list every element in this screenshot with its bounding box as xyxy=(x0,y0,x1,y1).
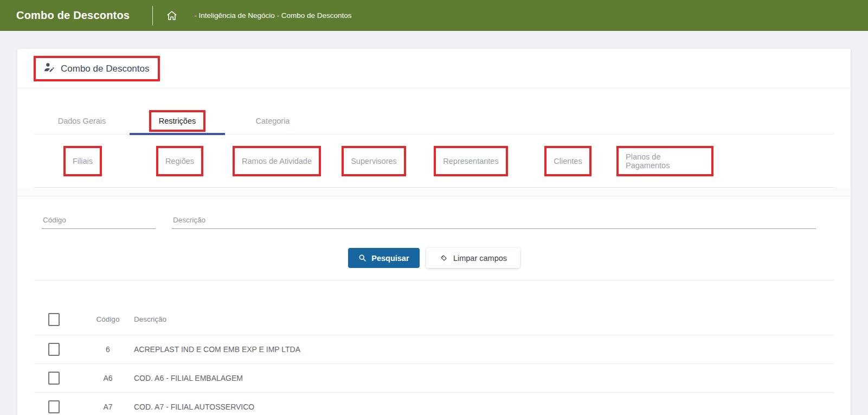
subtab-bar: Filiais Regiões Ramos de Atividade Super… xyxy=(34,135,834,188)
row-codigo: 6 xyxy=(82,345,134,354)
annotation-box-regioes: Regiões xyxy=(156,146,203,176)
row-descricao: ACREPLAST IND E COM EMB EXP E IMP LTDA xyxy=(134,345,834,354)
annotation-box-representantes: Representantes xyxy=(434,146,507,176)
subtab-planos-de-pagamentos[interactable]: Planos de Pagamentos xyxy=(616,146,713,176)
subtab-label: Filiais xyxy=(73,157,93,165)
annotation-box-card-title: Combo de Descontos xyxy=(34,56,160,81)
table-row[interactable]: A7 COD. A7 - FILIAL AUTOSSERVICO xyxy=(34,392,834,415)
subtab-label: Regiões xyxy=(165,157,194,165)
clear-fields-button-label: Limpar campos xyxy=(453,254,507,263)
subtab-label: Supervisores xyxy=(351,157,397,165)
tab-categoria[interactable]: Categoria xyxy=(225,108,320,134)
annotation-box-ramos: Ramos de Atividade xyxy=(233,146,321,176)
person-edit-icon xyxy=(43,62,55,75)
annotation-box-planos: Planos de Pagamentos xyxy=(616,146,713,176)
subtab-filiais[interactable]: Filiais xyxy=(34,146,131,176)
subtab-footer-band xyxy=(17,188,851,196)
subtab-regioes[interactable]: Regiões xyxy=(131,146,228,176)
annotation-box-tab-restricoes: Restrições xyxy=(149,110,206,132)
button-row: Pesquisar Limpar campos xyxy=(34,248,834,268)
row-codigo: A6 xyxy=(82,374,134,382)
header-divider xyxy=(152,6,153,25)
search-button[interactable]: Pesquisar xyxy=(348,248,420,268)
subtab-label: Planos de Pagamentos xyxy=(626,152,704,170)
clear-fields-button[interactable]: Limpar campos xyxy=(426,248,520,268)
subtab-clientes[interactable]: Clientes xyxy=(519,146,616,176)
descricao-column-header: Descrição xyxy=(134,315,834,323)
annotation-box-filiais: Filiais xyxy=(63,146,102,176)
app-title: Combo de Descontos xyxy=(16,9,130,22)
descricao-input[interactable] xyxy=(172,213,816,229)
tab-label: Restrições xyxy=(159,117,196,125)
annotation-box-supervisores: Supervisores xyxy=(342,146,406,176)
codigo-input[interactable] xyxy=(42,213,156,229)
table-row[interactable]: A6 COD. A6 - FILIAL EMBALAGEM xyxy=(34,363,834,392)
tab-restricoes[interactable]: Restrições xyxy=(130,108,225,134)
row-checkbox[interactable] xyxy=(48,400,60,413)
descricao-field-wrap xyxy=(172,213,816,229)
section-divider xyxy=(34,280,834,280)
codigo-column-header: Código xyxy=(82,315,134,323)
tab-label: Dados Gerais xyxy=(58,117,106,125)
home-icon[interactable] xyxy=(166,10,178,22)
subtab-representantes[interactable]: Representantes xyxy=(422,146,519,176)
tab-dados-gerais[interactable]: Dados Gerais xyxy=(34,108,130,134)
results-table: Código Descrição 6 ACREPLAST IND E COM E… xyxy=(34,304,834,415)
breadcrumb: - Inteligência de Negócio - Combo de Des… xyxy=(194,11,351,20)
main-card: Combo de Descontos Dados Gerais Restriçõ… xyxy=(17,49,851,415)
card-title: Combo de Descontos xyxy=(61,63,149,74)
table-row[interactable]: 6 ACREPLAST IND E COM EMB EXP E IMP LTDA xyxy=(34,335,834,363)
card-header: Combo de Descontos xyxy=(17,49,851,88)
codigo-field-wrap xyxy=(42,213,156,229)
active-tab-indicator xyxy=(130,133,225,135)
annotation-box-clientes: Clientes xyxy=(544,146,591,176)
search-icon xyxy=(358,254,367,262)
subtab-label: Clientes xyxy=(554,157,582,165)
table-header-row: Código Descrição xyxy=(34,304,834,335)
subtab-label: Ramos de Atividade xyxy=(242,157,312,165)
select-all-checkbox[interactable] xyxy=(48,313,60,326)
row-descricao: COD. A6 - FILIAL EMBALAGEM xyxy=(134,374,834,382)
eraser-icon xyxy=(439,253,448,263)
row-codigo: A7 xyxy=(82,403,134,411)
app-header: Combo de Descontos - Inteligência de Neg… xyxy=(0,0,868,31)
tab-bar: Dados Gerais Restrições Categoria xyxy=(34,108,834,135)
row-descricao: COD. A7 - FILIAL AUTOSSERVICO xyxy=(134,403,834,411)
row-checkbox[interactable] xyxy=(48,343,60,356)
subtab-supervisores[interactable]: Supervisores xyxy=(325,146,422,176)
row-checkbox[interactable] xyxy=(48,372,60,385)
subtab-label: Representantes xyxy=(443,157,498,165)
tab-label: Categoria xyxy=(256,117,290,125)
filter-section xyxy=(42,213,825,229)
search-button-label: Pesquisar xyxy=(371,254,409,263)
subtab-ramos-de-atividade[interactable]: Ramos de Atividade xyxy=(228,146,325,176)
